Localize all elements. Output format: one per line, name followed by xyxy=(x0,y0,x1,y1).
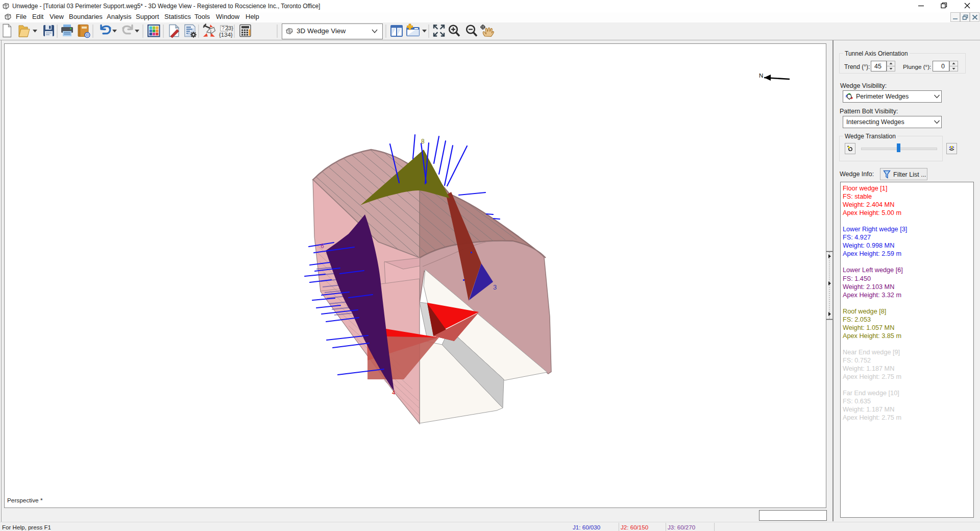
svg-text:23}: 23} xyxy=(225,25,233,31)
svg-text:?: ? xyxy=(222,25,225,31)
svg-text:N: N xyxy=(759,73,763,79)
svg-text:{134}: {134} xyxy=(219,32,233,38)
svg-text:4: 4 xyxy=(392,390,395,396)
svg-text:8: 8 xyxy=(421,138,425,145)
svg-text:3: 3 xyxy=(493,283,497,291)
svg-text:6: 6 xyxy=(321,243,324,250)
